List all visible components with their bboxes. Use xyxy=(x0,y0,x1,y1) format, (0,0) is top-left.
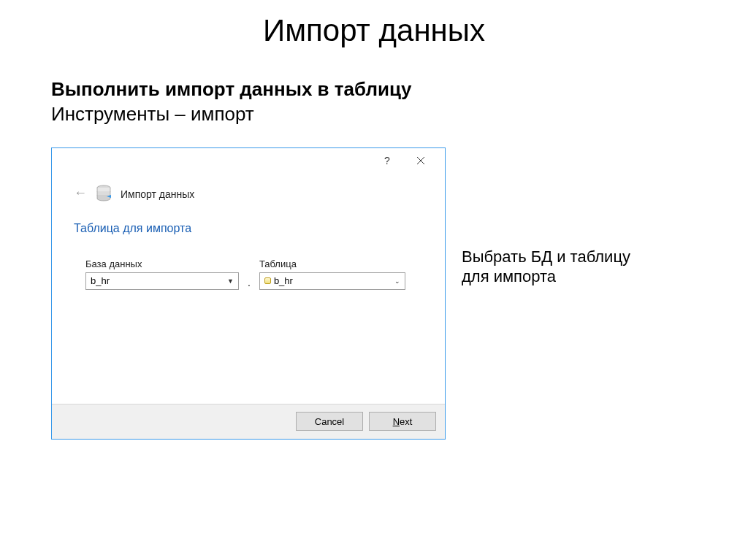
table-icon xyxy=(264,277,271,284)
database-label: База данных xyxy=(85,258,239,269)
database-select[interactable]: b_hr ▼ xyxy=(85,272,239,290)
back-arrow-icon[interactable]: ← xyxy=(74,185,87,201)
instruction-regular: Инструменты – импорт xyxy=(51,102,697,127)
instruction-bold: Выполнить импорт данных в таблицу xyxy=(51,77,697,102)
chevron-down-icon: ▼ xyxy=(227,277,234,285)
help-button[interactable]: ? xyxy=(370,151,404,170)
chevron-down-icon: ⌄ xyxy=(394,277,400,285)
close-button[interactable] xyxy=(404,151,438,170)
cancel-label: Cancel xyxy=(315,416,344,427)
table-label: Таблица xyxy=(259,258,405,269)
separator-dot: . xyxy=(246,277,252,290)
section-title: Таблица для импорта xyxy=(74,222,429,235)
database-icon xyxy=(96,185,112,204)
dialog-footer: Cancel Next xyxy=(52,404,445,439)
database-value: b_hr xyxy=(91,275,110,286)
next-label: Next xyxy=(393,416,413,427)
table-select[interactable]: b_hr ⌄ xyxy=(259,272,405,290)
dialog-titlebar: ? xyxy=(52,148,445,172)
breadcrumb-row: ← Импорт данных xyxy=(74,185,429,204)
cancel-button[interactable]: Cancel xyxy=(296,412,363,431)
side-note-line1: Выбрать БД и таблицу xyxy=(462,247,630,267)
table-value: b_hr xyxy=(274,275,293,286)
close-icon xyxy=(416,156,425,165)
breadcrumb-text: Импорт данных xyxy=(121,188,194,200)
next-button[interactable]: Next xyxy=(369,412,436,431)
side-note-line2: для импорта xyxy=(462,266,630,287)
import-dialog: ? ← xyxy=(51,147,446,440)
slide-title: Импорт данных xyxy=(51,13,697,48)
side-note: Выбрать БД и таблицу для импорта xyxy=(462,247,630,287)
